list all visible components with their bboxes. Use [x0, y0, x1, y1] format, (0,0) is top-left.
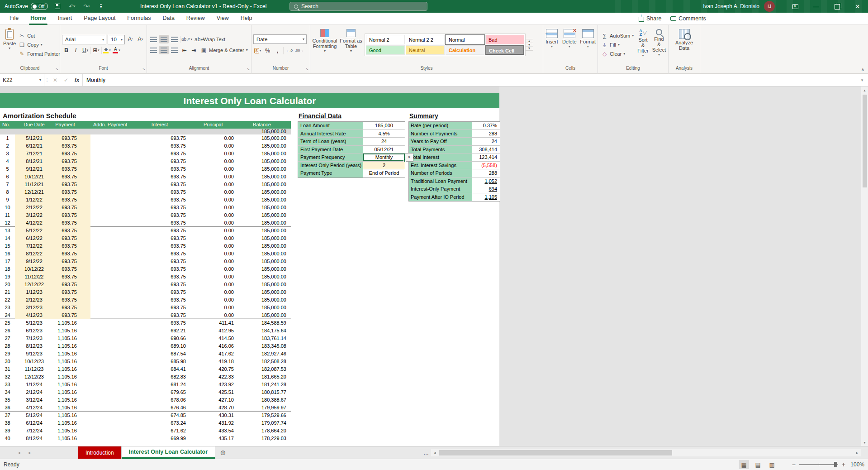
tab-formulas[interactable]: Formulas [121, 13, 157, 25]
cell[interactable]: 185,000.00 [237, 219, 291, 227]
cell[interactable]: 693.75 [53, 304, 90, 312]
scroll-right-button[interactable]: ► [854, 449, 861, 456]
cell[interactable]: 185,000.00 [237, 158, 291, 165]
cell[interactable]: 681.24 [133, 381, 192, 388]
delete-cells-button[interactable]: Delete▾ [561, 27, 578, 62]
bold-button[interactable]: B [62, 46, 71, 55]
cell[interactable]: 693.75 [133, 296, 192, 304]
cell[interactable]: 34 [0, 388, 15, 396]
gallery-up-button[interactable]: ▲ [526, 39, 533, 43]
cell[interactable]: 0.00 [192, 312, 237, 319]
cell[interactable]: 674.85 [133, 412, 192, 419]
summary-value-cell[interactable]: 694 [472, 185, 500, 193]
user-name[interactable]: Ivan Joseph A. Dionisio [703, 3, 759, 10]
cell[interactable]: 185,000.00 [237, 204, 291, 211]
cell[interactable]: 27 [0, 335, 15, 342]
merge-center-button[interactable]: ▣Merge & Center▾ [199, 46, 249, 55]
cell[interactable]: 676.46 [133, 404, 192, 412]
enter-button[interactable]: ✓ [61, 77, 71, 83]
summary-value-cell[interactable]: 308,414 [472, 146, 500, 153]
cell[interactable]: 181,241.28 [237, 381, 291, 388]
cell[interactable]: 669.99 [133, 435, 192, 442]
cell[interactable] [90, 319, 133, 327]
cell[interactable]: 693.75 [53, 188, 90, 196]
fill-button[interactable]: ⤓Fill▾ [600, 40, 635, 49]
cell[interactable]: 1/12/24 [15, 381, 53, 388]
style-chip[interactable]: Normal 2 2 [406, 35, 445, 44]
scroll-down-button[interactable]: ▼ [861, 439, 868, 446]
dialog-launcher-icon[interactable]: ↘ [247, 67, 250, 71]
cell[interactable]: 693.75 [133, 211, 192, 219]
comma-style-button[interactable]: , [273, 46, 282, 55]
cell[interactable]: 185,000.00 [237, 312, 291, 319]
cell[interactable]: 693.75 [133, 219, 192, 227]
name-box[interactable]: K22▾ [0, 74, 44, 86]
cell[interactable]: 693.75 [133, 196, 192, 204]
zoom-level[interactable]: 100% [849, 461, 864, 468]
cell[interactable]: 185,000.00 [237, 242, 291, 250]
cell[interactable]: 693.75 [53, 296, 90, 304]
cell[interactable] [90, 412, 133, 419]
cell[interactable]: 1,105.16 [53, 335, 90, 342]
prev-sheet-button[interactable]: ◂ [14, 446, 24, 459]
cell[interactable] [90, 435, 133, 442]
cell[interactable]: 428.70 [192, 404, 237, 412]
cell[interactable]: 185,000.00 [237, 181, 291, 188]
cell[interactable]: 0.00 [192, 158, 237, 165]
cell[interactable]: 1,105.16 [53, 373, 90, 381]
cell[interactable]: 0.00 [192, 304, 237, 312]
cell[interactable]: 185,000.00 [237, 273, 291, 281]
cell[interactable]: 693.75 [53, 227, 90, 235]
cell[interactable]: 14 [0, 235, 15, 242]
cell[interactable] [90, 258, 133, 265]
font-family-select[interactable]: Arial▾ [62, 35, 106, 44]
cell[interactable]: 185,000.00 [237, 296, 291, 304]
cell[interactable]: 3 [0, 150, 15, 158]
tab-help[interactable]: Help [235, 13, 258, 25]
cell[interactable]: 26 [0, 327, 15, 335]
style-chip[interactable]: Bad [485, 35, 524, 44]
cell[interactable]: 431.92 [192, 419, 237, 427]
redo-button[interactable]: ↷▾ [81, 1, 91, 11]
cell[interactable]: 185,000.00 [237, 150, 291, 158]
cell[interactable] [90, 173, 133, 181]
increase-indent-button[interactable]: ⇥ [190, 46, 198, 54]
cell[interactable]: 0.00 [192, 273, 237, 281]
cell[interactable]: 693.75 [53, 158, 90, 165]
style-chip[interactable]: Normal [446, 35, 484, 44]
tab-data[interactable]: Data [157, 13, 180, 25]
find-select-button[interactable]: Find & Select▾ [651, 27, 668, 62]
cell[interactable]: 33 [0, 381, 15, 388]
cell[interactable]: 25 [0, 319, 15, 327]
cell[interactable]: 693.75 [133, 319, 192, 327]
cell[interactable]: 9 [0, 196, 15, 204]
cell[interactable]: 423.92 [192, 381, 237, 388]
cell[interactable]: 673.24 [133, 419, 192, 427]
cell[interactable]: 7/12/24 [15, 427, 53, 435]
cell[interactable]: 185,000.00 [237, 211, 291, 219]
cell[interactable] [90, 204, 133, 211]
fill-color-button[interactable]: ◆▾ [103, 46, 111, 55]
style-chip[interactable]: Good [366, 45, 405, 55]
percent-style-button[interactable]: % [263, 46, 272, 55]
vertical-scroll-thumb[interactable] [863, 95, 867, 187]
cell[interactable]: 1,105.16 [53, 419, 90, 427]
cell[interactable]: 693.75 [133, 304, 192, 312]
cell[interactable]: 682.83 [133, 373, 192, 381]
page-break-preview-button[interactable]: ▥ [767, 460, 777, 469]
autosave-toggle[interactable]: AutoSave Off [5, 3, 48, 10]
cell[interactable]: 0.00 [192, 265, 237, 273]
paste-button[interactable]: Paste▾ [2, 27, 17, 62]
cell[interactable]: 427.10 [192, 396, 237, 404]
clear-button[interactable]: ◇Clear▾ [600, 49, 635, 58]
cell[interactable] [90, 250, 133, 258]
collapse-ribbon-button[interactable]: ∧ [861, 67, 864, 72]
cell[interactable]: 12/12/22 [15, 281, 53, 288]
align-center-button[interactable] [159, 46, 169, 54]
cell[interactable]: 22 [0, 296, 15, 304]
cell[interactable]: 3/12/23 [15, 304, 53, 312]
style-chip[interactable]: Calculation [446, 45, 484, 55]
cell[interactable]: 679.65 [133, 388, 192, 396]
font-color-button[interactable]: A▾ [112, 46, 121, 55]
cell[interactable]: 10/12/22 [15, 265, 53, 273]
